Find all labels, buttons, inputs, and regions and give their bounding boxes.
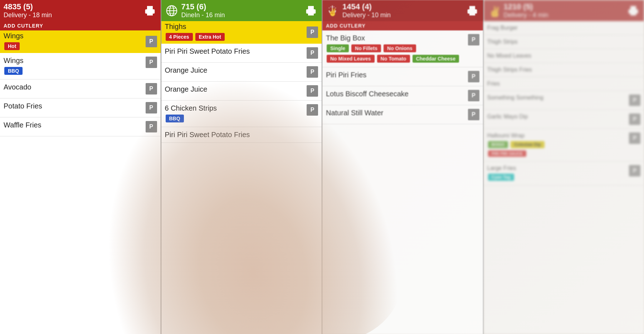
highlight-tags-1: Hot [4, 42, 143, 51]
table-row: Piri Piri Sweet Potato Fries [161, 127, 322, 143]
order-number-4: 1210 (5) [504, 2, 624, 11]
item-name: Thigh Strips Fries [487, 67, 641, 73]
printer-svg-3 [467, 5, 478, 16]
order-type-2: DineIn - 16 min [181, 11, 301, 19]
order-info-2: 715 (6) DineIn - 16 min [181, 2, 301, 19]
table-row: 6 Chicken Strips BBQ P [161, 101, 322, 127]
print-icon-2[interactable] [304, 4, 318, 17]
globe-svg [166, 5, 178, 17]
order-col-3: ✌ 1454 (4) Delivery - 10 min ADD CUTLERY… [322, 0, 484, 334]
item-name: Piri Piri Sweet Potato Fries [165, 131, 318, 139]
table-row: The Big Box Single No Fillets No Onions … [322, 30, 483, 67]
tag-cyan: Cyan Tag [488, 174, 514, 181]
tag-nomixedleaves: No Mixed Leaves [327, 55, 375, 63]
item-name: Halloumi Wrap [487, 132, 626, 139]
item-name: Thigh Strips [487, 39, 641, 45]
tag-cheddar: Cheddar Cheese [413, 55, 459, 63]
p-button[interactable]: P [468, 34, 479, 45]
order-header-2: 715 (6) DineIn - 16 min [161, 0, 322, 21]
tag-bbq-2: BBQ [166, 115, 184, 122]
table-row: Frag Burger [484, 21, 644, 35]
table-row: Wings BBQ P [0, 53, 161, 79]
svg-text:✌: ✌ [328, 8, 338, 17]
tag-noonions: No Onions [384, 44, 416, 52]
order-header-4: ✌ 1210 (5) Delivery - 4 min [484, 0, 644, 21]
tag-coleslaw: Coleslaw Dip [511, 141, 545, 148]
print-icon-3[interactable] [465, 4, 479, 17]
item-name-orange-juice-1: Orange Juice [165, 66, 304, 74]
order-header-1: 4835 (5) Delivery - 18 min [0, 0, 161, 21]
item-name: The Big Box [326, 34, 465, 42]
table-row: Lotus Biscoff Cheesecake P [322, 86, 483, 105]
p-button[interactable]: P [146, 102, 157, 113]
item-name: Natural Still Water [326, 109, 465, 117]
p-button[interactable]: P [307, 66, 318, 78]
tag-bbq: BBQ [4, 67, 23, 75]
highlight-item-1: Wings Hot P [0, 30, 161, 53]
order-info-3: 1454 (4) Delivery - 10 min [342, 2, 462, 19]
p-button[interactable]: P [146, 57, 157, 68]
order-number-1: 4835 (5) [4, 2, 143, 11]
table-row: Something Something P [484, 91, 644, 110]
table-row: No Mixed Leaves [484, 49, 644, 63]
item-name: Large Fries [487, 165, 626, 171]
p-button[interactable]: P [629, 165, 640, 176]
table-row: Waffle Fries P [0, 117, 161, 136]
order-header-3: ✌ 1454 (4) Delivery - 10 min [322, 0, 483, 21]
hand-icon-4: ✌ [487, 4, 501, 18]
item-name: Lotus Biscoff Cheesecake [326, 90, 465, 98]
item-name: Fries [487, 81, 641, 87]
p-button-highlight-1[interactable]: P [146, 36, 157, 47]
p-button[interactable]: P [468, 109, 479, 120]
item-name: Piri Piri Sweet Potato Fries [165, 47, 304, 55]
item-tags: BOGO Coleslaw Dip [487, 140, 626, 149]
highlight-tags-2: 4 Pieces Extra Hot [165, 32, 305, 42]
item-name: Waffle Fries [4, 121, 143, 129]
print-icon-1[interactable] [143, 4, 157, 17]
table-row: Orange Juice P [161, 63, 322, 82]
print-icon-4[interactable] [626, 4, 640, 17]
item-name: Garlic Mayo Dip [487, 113, 626, 120]
order-items-4: Frag Burger Thigh Strips No Mixed Leaves… [484, 21, 644, 334]
order-col-2: 715 (6) DineIn - 16 min Thighs 4 Pieces … [161, 0, 323, 334]
tag-4pieces: 4 Pieces [166, 33, 193, 41]
p-button[interactable]: P [468, 71, 479, 82]
globe-icon [165, 4, 179, 18]
orders-container: 4835 (5) Delivery - 18 min ADD CUTLERY W… [0, 0, 644, 334]
svg-text:✌: ✌ [488, 6, 500, 17]
p-button[interactable]: P [629, 95, 640, 106]
p-button[interactable]: P [307, 47, 318, 59]
p-button[interactable]: P [307, 85, 318, 97]
item-name: Frag Burger [487, 25, 641, 31]
table-row: Halloumi Wrap BOGO Coleslaw Dip PIRI PIR… [484, 129, 644, 161]
table-row: Natural Still Water P [322, 105, 483, 124]
highlight-item-2: Thighs 4 Pieces Extra Hot P [161, 21, 322, 44]
item-tags: Single No Fillets No Onions No Mixed Lea… [326, 44, 465, 63]
tag-single: Single [327, 44, 349, 52]
table-row: Garlic Mayo Dip P [484, 110, 644, 129]
order-col-4: ✌ 1210 (5) Delivery - 4 min Frag Burger … [484, 0, 644, 334]
p-button[interactable]: P [307, 104, 318, 116]
order-number-3: 1454 (4) [342, 2, 462, 11]
p-button[interactable]: P [468, 90, 479, 101]
table-row: Large Fries Cyan Tag P [484, 161, 644, 185]
order-items-1: Wings BBQ P Avocado P Potato Fries P Waf… [0, 53, 161, 334]
p-button[interactable]: P [629, 113, 640, 125]
table-row: Avocado P [0, 79, 161, 98]
hand-svg-3: ✌ [326, 4, 339, 17]
hand-icon-3: ✌ [326, 4, 340, 18]
item-tags: Cyan Tag [487, 173, 626, 181]
table-row: Piri Piri Fries P [322, 67, 483, 86]
highlight-name-2: Thighs [165, 23, 305, 31]
p-button[interactable]: P [146, 83, 157, 95]
table-row: Potato Fries P [0, 98, 161, 117]
item-tags-2: PIRI PIRI SAUCE [487, 150, 626, 158]
p-button-highlight-2[interactable]: P [307, 26, 318, 38]
p-button[interactable]: P [629, 132, 640, 144]
printer-svg-4 [628, 5, 639, 16]
p-button[interactable]: P [146, 121, 157, 132]
highlight-name-1: Wings [4, 32, 143, 40]
order-items-3: The Big Box Single No Fillets No Onions … [322, 30, 483, 334]
tag-bogo: BOGO [488, 141, 508, 148]
tag-notomato: No Tomato [377, 55, 410, 63]
